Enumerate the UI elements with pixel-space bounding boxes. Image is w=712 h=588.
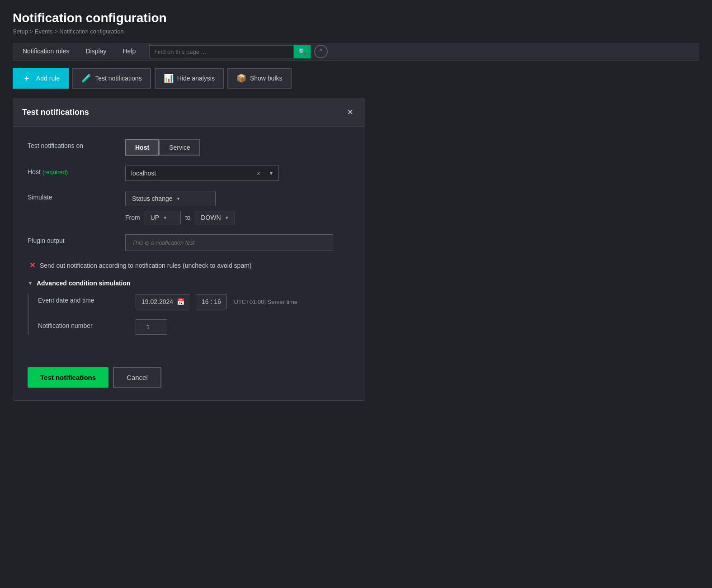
modal-body: Test notifications on Host Service Host … [13,127,365,358]
modal-footer: Test notifications Cancel [13,358,365,400]
submit-button[interactable]: Test notifications [28,367,108,388]
bulks-icon: 📦 [236,73,246,83]
plugin-output-input[interactable] [125,234,333,251]
test-notifications-modal: Test notifications × Test notifications … [13,98,365,401]
server-time-label: [UTC+01:00] Server time [232,299,297,305]
to-state-dropdown[interactable]: DOWN ▼ [195,211,235,224]
test-notifications-label: Test notifications [95,75,142,82]
service-toggle-button[interactable]: Service [159,139,200,156]
host-field-label: Host (required) [28,166,118,175]
cancel-button[interactable]: Cancel [113,367,161,388]
host-select-dropdown-button[interactable]: ▼ [264,166,278,180]
nav-help[interactable]: Help [114,43,144,60]
page-title: Notification configuration [13,11,699,25]
host-select-value: localhost [126,166,253,180]
from-state-value: UP [151,214,159,221]
flask-icon: 🧪 [81,73,91,83]
plugin-output-label: Plugin output [28,234,118,244]
show-bulks-button[interactable]: 📦 Show bulks [227,68,292,89]
simulate-dropdown[interactable]: Status change ▼ [125,191,216,206]
add-rule-button[interactable]: + Add rule [13,68,69,89]
from-state-dropdown[interactable]: UP ▼ [145,211,181,224]
test-on-row: Test notifications on Host Service [28,139,350,156]
modal-close-button[interactable]: × [344,105,356,119]
advanced-section: ▼ Advanced condition simulation Event da… [28,280,350,335]
event-datetime-label: Event date and time [38,294,128,304]
search-button[interactable]: 🔍 [294,45,311,58]
test-on-label: Test notifications on [28,139,118,149]
host-select[interactable]: localhost × ▼ [125,166,279,181]
send-notification-row: ✕ Send out notification according to not… [28,261,350,270]
date-value: 19.02.2024 [141,298,173,305]
test-notifications-button[interactable]: 🧪 Test notifications [72,68,151,89]
breadcrumb: Setup > Events > Notification configurat… [13,28,699,35]
time-input[interactable]: 16 : 16 [196,294,227,309]
simulate-controls: Status change ▼ From UP ▼ to DOWN ▼ [125,191,350,224]
from-to-row: From UP ▼ to DOWN ▼ [125,211,350,224]
notification-number-row: Notification number [38,319,350,335]
advanced-chevron-icon: ▼ [28,280,33,286]
from-state-arrow: ▼ [163,215,167,220]
nav-display[interactable]: Display [78,43,115,60]
time-value: 16 : 16 [202,298,221,305]
advanced-body: Event date and time 19.02.2024 📅 16 : 16… [28,294,350,335]
plugin-output-control [125,234,350,251]
required-label: (required) [42,169,68,175]
host-select-clear-button[interactable]: × [253,166,264,180]
simulate-dropdown-arrow: ▼ [176,196,181,201]
search-input[interactable] [149,45,294,58]
to-state-arrow: ▼ [225,215,229,220]
plus-icon: + [22,73,33,83]
hide-analysis-label: Hide analysis [177,75,215,82]
advanced-header[interactable]: ▼ Advanced condition simulation [28,280,350,287]
date-input[interactable]: 19.02.2024 📅 [136,294,190,309]
calendar-icon: 📅 [177,298,184,305]
event-datetime-row: Event date and time 19.02.2024 📅 16 : 16… [38,294,350,309]
add-rule-label: Add rule [36,75,60,82]
host-row: Host (required) localhost × ▼ [28,166,350,181]
host-toggle-button[interactable]: Host [125,139,159,156]
to-label: to [185,214,191,221]
hide-analysis-button[interactable]: 📊 Hide analysis [155,68,224,89]
nav-bar: Notification rules Display Help 🔍 ⌃ [13,43,699,61]
notification-number-control [136,319,350,335]
advanced-title: Advanced condition simulation [37,280,131,287]
host-service-toggle: Host Service [125,139,350,156]
expand-button[interactable]: ⌃ [314,45,328,58]
analysis-icon: 📊 [164,73,174,83]
modal-title: Test notifications [22,108,89,117]
modal-header: Test notifications × [13,98,365,127]
from-label: From [125,214,140,221]
nav-notification-rules[interactable]: Notification rules [14,43,78,60]
simulate-row: Simulate Status change ▼ From UP ▼ to [28,191,350,224]
host-select-container: localhost × ▼ [125,166,350,181]
simulate-label: Simulate [28,191,118,201]
plugin-output-row: Plugin output [28,234,350,251]
simulate-value: Status change [132,195,173,202]
checkbox-checked-icon[interactable]: ✕ [29,261,35,270]
toolbar: + Add rule 🧪 Test notifications 📊 Hide a… [13,68,699,89]
notification-number-input[interactable] [136,319,167,335]
show-bulks-label: Show bulks [250,75,283,82]
to-state-value: DOWN [201,214,221,221]
notification-number-label: Notification number [38,319,128,329]
event-datetime-controls: 19.02.2024 📅 16 : 16 [UTC+01:00] Server … [136,294,350,309]
send-notification-label: Send out notification according to notif… [40,262,252,269]
nav-search-area: 🔍 ⌃ [149,45,698,58]
